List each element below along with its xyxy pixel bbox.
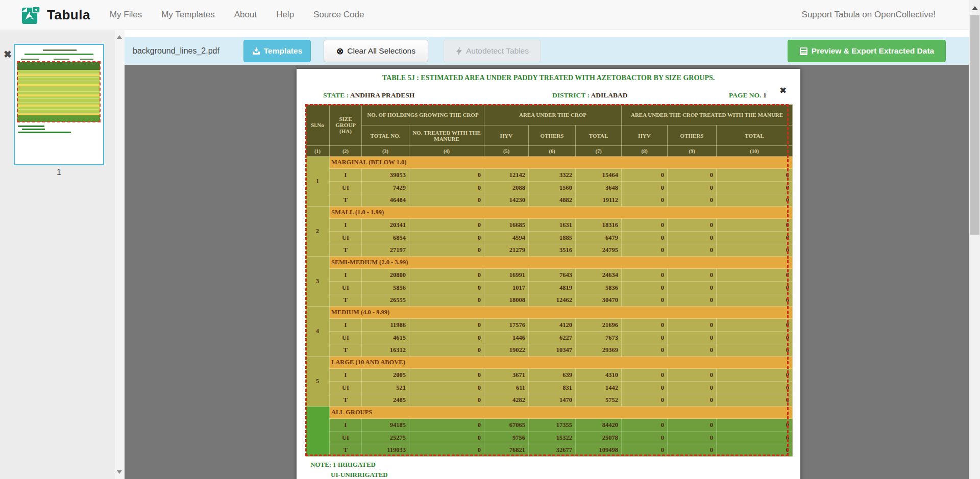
- tabula-logo-icon: [21, 5, 41, 25]
- scroll-down-icon[interactable]: [117, 470, 122, 474]
- export-table-icon: [799, 47, 808, 56]
- pdf-viewer: TABLE 5J : ESTIMATED AREA UNDER PADDY TR…: [125, 65, 969, 479]
- preview-export-button[interactable]: Preview & Export Extracted Data: [788, 40, 946, 62]
- remove-page-icon[interactable]: ✖: [4, 49, 12, 59]
- pdf-district: DISTRICT : ADILABAD: [552, 91, 628, 99]
- scrollbar-thumb[interactable]: [970, 15, 979, 235]
- thumb-table: [17, 62, 100, 122]
- pdf-note-line1: NOTE: I-IRRIGATED: [310, 461, 376, 469]
- toolbar: background_lines_2.pdf Templates ⊗ Clear…: [125, 37, 969, 65]
- pdf-state: STATE : ANDHRA PRADESH: [323, 91, 414, 99]
- open-filename: background_lines_2.pdf: [133, 37, 219, 65]
- scrollbar-up-icon[interactable]: [972, 6, 978, 10]
- window-scrollbar[interactable]: [969, 0, 980, 479]
- thumb-selection-border: [17, 61, 101, 122]
- thumb-meta-line: [80, 59, 93, 60]
- scroll-up-icon[interactable]: [117, 35, 122, 39]
- clear-circle-x-icon: ⊗: [336, 47, 344, 56]
- app-title: Tabula: [47, 7, 90, 23]
- clear-label: Clear All Selections: [347, 46, 415, 56]
- lightning-icon: [456, 47, 462, 56]
- thumb-title-line: [24, 54, 93, 55]
- sidebar: ✖ 1: [0, 30, 125, 479]
- pdf-page: TABLE 5J : ESTIMATED AREA UNDER PADDY TR…: [297, 69, 800, 479]
- thumb-meta-line: [21, 59, 39, 60]
- brand[interactable]: Tabula: [21, 5, 90, 25]
- table-selection[interactable]: [305, 104, 789, 456]
- autodetect-tables-button: Autodetect Tables: [444, 40, 541, 62]
- pdf-table-title: TABLE 5J : ESTIMATED AREA UNDER PADDY TR…: [297, 74, 800, 82]
- main-content: background_lines_2.pdf Templates ⊗ Clear…: [125, 30, 969, 479]
- nav-support-link[interactable]: Support Tabula on OpenCollective!: [802, 10, 936, 20]
- thumb-title-line: [43, 49, 77, 51]
- nav-my-templates[interactable]: My Templates: [161, 10, 215, 20]
- autodetect-label: Autodetect Tables: [466, 46, 529, 56]
- nav-source-code[interactable]: Source Code: [313, 10, 364, 20]
- navbar: Tabula My Files My Templates About Help …: [0, 0, 969, 30]
- thumb-meta-line: [54, 59, 69, 60]
- templates-label: Templates: [264, 46, 303, 56]
- selection-close-icon[interactable]: ✖: [779, 85, 787, 95]
- pdf-page-no: PAGE NO. 1: [729, 91, 767, 99]
- nav-my-files[interactable]: My Files: [110, 10, 142, 20]
- clear-selections-button[interactable]: ⊗ Clear All Selections: [324, 40, 428, 62]
- nav-help[interactable]: Help: [276, 10, 294, 20]
- nav-about[interactable]: About: [234, 10, 257, 20]
- page-thumbnail[interactable]: [14, 44, 104, 165]
- templates-button[interactable]: Templates: [243, 40, 311, 62]
- thumbnail-page-number: 1: [14, 168, 104, 177]
- export-label: Preview & Export Extracted Data: [812, 46, 934, 56]
- templates-icon: [252, 47, 260, 55]
- sidebar-scrollbar[interactable]: [115, 30, 125, 479]
- pdf-note-line2: UI-UNIRRIGATED: [331, 471, 388, 479]
